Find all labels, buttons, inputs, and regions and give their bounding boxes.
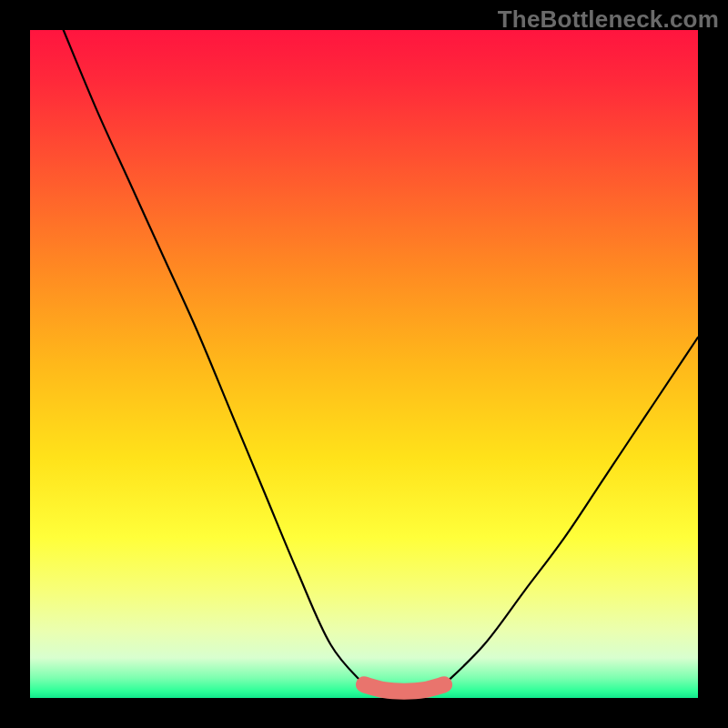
right-curve [444, 338, 698, 685]
chart-frame: TheBottleneck.com [0, 0, 728, 728]
left-curve [64, 30, 364, 684]
chart-curves-svg [30, 30, 698, 698]
flat-minimum-highlight [364, 684, 444, 691]
watermark-text: TheBottleneck.com [498, 5, 719, 34]
